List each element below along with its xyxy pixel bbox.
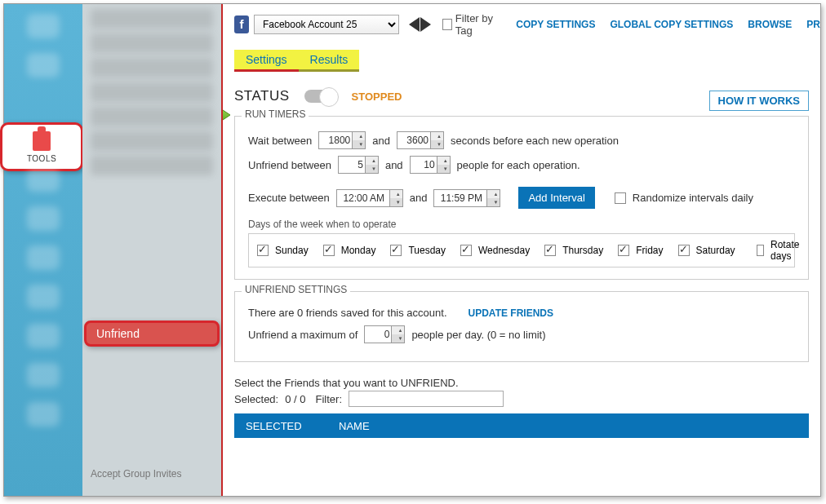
rotate-days[interactable]: Rotate days (757, 239, 803, 262)
prev-account-arrow-icon[interactable] (409, 17, 420, 32)
browse-link[interactable]: BROWSE (748, 19, 792, 30)
tool-blur-item[interactable] (91, 58, 213, 77)
nav-sidebar: TOOLS (4, 4, 82, 496)
tool-blur-item[interactable] (91, 131, 213, 151)
nav-blur-item[interactable] (27, 206, 60, 231)
friends-filter-input[interactable] (349, 391, 504, 407)
wait-max-stepper[interactable]: 3600 (397, 131, 444, 149)
selected-label: Selected: (234, 393, 278, 405)
nav-blur-item[interactable] (27, 402, 60, 427)
tab-settings[interactable]: Settings (234, 50, 299, 72)
tool-blur-item[interactable] (91, 107, 213, 126)
filter-by-tag-label: Filter by Tag (455, 12, 501, 37)
status-label: STATUS (234, 88, 290, 104)
day-tuesday[interactable]: Tuesday (390, 245, 446, 256)
nav-tools[interactable]: TOOLS (0, 122, 83, 171)
run-timers-legend: RUN TIMERS (242, 108, 309, 120)
wait-between-label: Wait between (248, 135, 312, 147)
nav-blur-item[interactable] (27, 167, 60, 192)
status-value: STOPPED (352, 91, 402, 103)
nav-blur-item[interactable] (27, 363, 60, 387)
day-friday[interactable]: Friday (618, 245, 663, 256)
day-saturday[interactable]: Saturday (678, 245, 735, 256)
nav-blur-item[interactable] (27, 14, 60, 38)
how-it-works-button[interactable]: HOW IT WORKS (709, 91, 809, 111)
update-friends-link[interactable]: UPDATE FRIENDS (469, 307, 553, 319)
unfriend-settings-fieldset: UNFRIEND SETTINGS There are 0 friends sa… (234, 291, 809, 362)
selected-count: 0 / 0 (285, 393, 305, 405)
filter-by-tag-checkbox[interactable] (442, 19, 452, 30)
execute-between-label: Execute between (248, 192, 330, 204)
account-select[interactable]: Facebook Account 25 (254, 15, 399, 34)
randomize-checkbox[interactable] (615, 192, 626, 204)
unfriend-max-stepper[interactable]: 10 (410, 156, 451, 174)
tab-results[interactable]: Results (299, 50, 360, 72)
exec-from-time[interactable]: 12:00 AM (336, 189, 403, 207)
days-of-week-label: Days of the week when to operate (248, 219, 795, 230)
day-thursday[interactable]: Thursday (544, 245, 603, 256)
tool-blur-item[interactable] (91, 82, 213, 102)
exec-to-time[interactable]: 11:59 PM (433, 189, 500, 207)
wait-min-stepper[interactable]: 1800 (318, 131, 366, 149)
clipboard-icon (33, 131, 51, 151)
run-timers-fieldset: RUN TIMERS Wait between 1800 and 3600 se… (234, 116, 809, 280)
status-toggle[interactable] (304, 90, 337, 103)
pr-link[interactable]: PR (806, 19, 820, 30)
friends-table-header: SELECTED NAME (234, 413, 809, 438)
saved-friends-text: There are 0 friends saved for this accou… (248, 307, 447, 319)
copy-settings-link[interactable]: COPY SETTINGS (516, 19, 595, 30)
filter-label: Filter: (316, 393, 343, 405)
unfriend-settings-legend: UNFRIEND SETTINGS (242, 284, 350, 295)
days-of-week-row: Sunday Monday Tuesday Wednesday Thursday… (248, 233, 795, 267)
next-account-arrow-icon[interactable] (420, 17, 431, 32)
tool-blur-item[interactable] (91, 33, 213, 53)
tool-blur-item[interactable] (91, 9, 213, 29)
nav-blur-item[interactable] (27, 324, 60, 348)
tool-unfriend[interactable]: Unfriend (84, 321, 220, 347)
add-interval-button[interactable]: Add Interval (518, 187, 594, 209)
day-sunday[interactable]: Sunday (257, 245, 309, 256)
global-copy-settings-link[interactable]: GLOBAL COPY SETTINGS (610, 19, 733, 30)
nav-blur-item[interactable] (27, 245, 60, 270)
main-panel: f Facebook Account 25 Filter by Tag COPY… (221, 4, 820, 496)
col-name[interactable]: NAME (332, 420, 370, 432)
tool-accept-group-invites[interactable]: Accept Group Invites (91, 468, 181, 480)
day-monday[interactable]: Monday (323, 245, 376, 256)
max-unfriend-stepper[interactable]: 0 (364, 325, 405, 343)
day-wednesday[interactable]: Wednesday (460, 245, 530, 256)
unfriend-between-label: Unfriend between (248, 159, 331, 171)
col-selected[interactable]: SELECTED (234, 420, 332, 432)
nav-blur-item[interactable] (27, 285, 60, 309)
nav-tools-label: TOOLS (27, 154, 56, 163)
tool-blur-item[interactable] (91, 156, 213, 175)
green-arrow-icon (221, 104, 232, 126)
randomize-checkbox-row[interactable]: Randomize intervals daily (615, 192, 753, 204)
filter-by-tag[interactable]: Filter by Tag (442, 12, 501, 37)
facebook-icon: f (234, 15, 249, 33)
max-unfriend-label: Unfriend a maximum of (248, 329, 357, 341)
nav-blur-item[interactable] (27, 53, 60, 77)
select-friends-text: Select the Friends that you want to UNFR… (234, 377, 820, 389)
unfriend-min-stepper[interactable]: 5 (338, 156, 379, 174)
tools-list: Unfriend (82, 4, 221, 496)
